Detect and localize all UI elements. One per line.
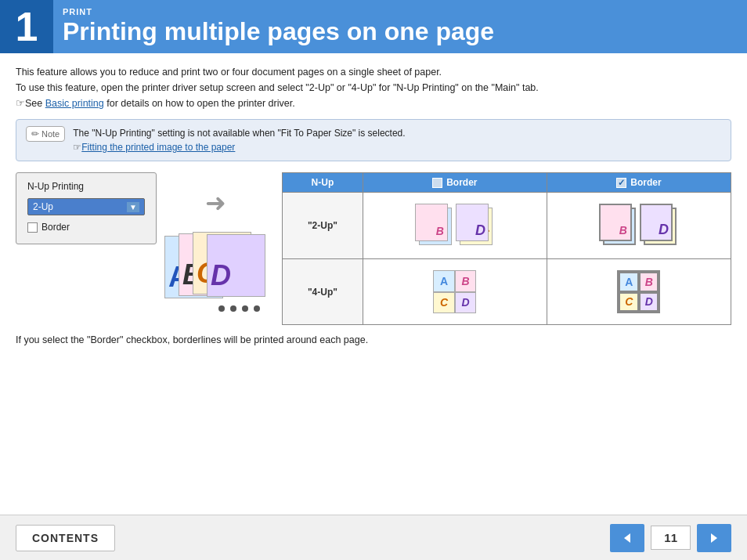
page1-stack: A B xyxy=(415,204,454,247)
intro-line2: To use this feature, open the printer dr… xyxy=(16,82,539,93)
dot-3 xyxy=(242,305,248,312)
fuc-a: A xyxy=(433,270,455,292)
letter-b2-preview: B xyxy=(619,224,627,237)
col-header-border-checked: ✓ Border xyxy=(547,173,731,193)
row-2up-border: A B C xyxy=(547,193,731,259)
row-4up: "4-Up" A B C D xyxy=(283,259,731,325)
page2-stack: C D xyxy=(456,204,495,247)
page-number: 11 xyxy=(651,526,691,550)
dot-2 xyxy=(230,305,236,312)
next-button[interactable] xyxy=(697,524,731,552)
nup-dialog: N-Up Printing 2-Up ▼ Border xyxy=(16,172,157,244)
page3-front: B xyxy=(599,204,632,241)
svg-marker-0 xyxy=(624,533,630,543)
header-title: Printing multiple pages on one page xyxy=(63,18,494,45)
fuc-d: D xyxy=(455,292,477,314)
footer-note: If you select the "Border" checkbox, bor… xyxy=(16,334,731,345)
page1-front: B xyxy=(415,204,448,241)
prev-icon xyxy=(621,532,633,544)
fuc-c: C xyxy=(433,292,455,314)
two-up-border-preview: A B C xyxy=(599,204,679,247)
page4-front: D xyxy=(640,204,673,241)
row-4up-noborder: A B C D xyxy=(363,259,547,325)
fuc-a2: A xyxy=(619,272,639,292)
nup-dropdown-value: 2-Up xyxy=(33,201,53,212)
ellipsis-dots xyxy=(218,305,260,312)
basic-printing-link[interactable]: Basic printing xyxy=(45,98,104,109)
svg-marker-1 xyxy=(711,533,717,543)
page2-front: D xyxy=(456,204,489,241)
note-text-line1: The "N-Up Printing" setting is not avail… xyxy=(73,128,405,139)
fuc-b2: B xyxy=(639,272,659,292)
nup-checkbox-row: Border xyxy=(27,222,145,233)
fuc-d2: D xyxy=(639,292,659,313)
content-area: N-Up Printing 2-Up ▼ Border ➜ xyxy=(16,172,731,325)
letter-b-preview: B xyxy=(436,225,444,237)
row-4up-label: "4-Up" xyxy=(283,259,363,325)
bottom-bar: CONTENTS 11 xyxy=(0,515,747,560)
row-2up-label: "2-Up" xyxy=(283,193,363,259)
border-unchecked-label: Border xyxy=(446,177,477,188)
page4-stack: C D xyxy=(640,204,679,247)
four-up-border-grid: A B C D xyxy=(617,270,660,313)
chapter-number-box: 1 xyxy=(0,0,53,53)
border-checked-label: Border xyxy=(630,177,661,188)
border-checkbox-label: Border xyxy=(42,222,70,233)
page-header: 1 PRINT Printing multiple pages on one p… xyxy=(0,0,747,53)
border-checked-checkbox: ✓ xyxy=(616,178,626,188)
preview-4up-noborder: A B C D xyxy=(371,264,539,320)
nup-dropdown[interactable]: 2-Up ▼ xyxy=(27,198,145,215)
fuc-c2: C xyxy=(619,292,639,313)
right-arrow-icon: ➜ xyxy=(205,188,226,218)
intro-line1: This feature allows you to reduce and pr… xyxy=(16,67,442,78)
dot-4 xyxy=(254,305,260,312)
two-up-no-border-preview: A B C xyxy=(415,204,495,247)
row-2up-noborder: A B C xyxy=(363,193,547,259)
note-text-line2-prefix: ☞ xyxy=(73,142,81,153)
header-category: PRINT xyxy=(63,7,494,16)
page3-stack: A B xyxy=(599,204,638,247)
letter-d: D xyxy=(211,259,231,292)
dot-1 xyxy=(218,305,225,312)
intro-line3-prefix: ☞See xyxy=(16,98,45,109)
page-d: D xyxy=(207,234,265,297)
nav-area: 11 xyxy=(610,524,731,552)
intro-line3-suffix: for details on how to open the printer d… xyxy=(104,98,295,109)
four-up-no-border-grid: A B C D xyxy=(433,270,476,313)
intro-text: This feature allows you to reduce and pr… xyxy=(16,64,731,111)
dropdown-arrow-icon[interactable]: ▼ xyxy=(127,202,139,212)
header-text-area: PRINT Printing multiple pages on one pag… xyxy=(53,0,494,53)
col-header-nup: N-Up xyxy=(283,173,363,193)
next-icon xyxy=(708,532,720,544)
nup-table: N-Up Border ✓ Border xyxy=(282,172,731,325)
stacked-pages: A B C D xyxy=(164,232,266,302)
fuc-b: B xyxy=(455,270,477,292)
row-4up-border: A B C D xyxy=(547,259,731,325)
note-box: ✏ Note The "N-Up Printing" setting is no… xyxy=(16,119,731,161)
left-side: N-Up Printing 2-Up ▼ Border ➜ xyxy=(16,172,266,312)
chapter-number: 1 xyxy=(16,6,38,47)
note-badge: ✏ Note xyxy=(26,126,65,142)
col-header-border-unchecked: Border xyxy=(363,173,547,193)
nup-dialog-title: N-Up Printing xyxy=(27,181,145,192)
preview-2up-noborder: A B C xyxy=(371,197,539,254)
letter-d2-preview: D xyxy=(659,222,669,238)
main-content: This feature allows you to reduce and pr… xyxy=(0,53,747,353)
contents-button[interactable]: CONTENTS xyxy=(16,525,115,551)
note-text: The "N-Up Printing" setting is not avail… xyxy=(73,126,405,154)
prev-button[interactable] xyxy=(610,524,644,552)
preview-4up-border: A B C D xyxy=(555,264,723,320)
border-unchecked-checkbox xyxy=(432,178,442,188)
letter-d-preview: D xyxy=(475,222,485,239)
pencil-icon: ✏ xyxy=(31,128,39,139)
border-checkbox[interactable] xyxy=(27,222,38,233)
note-badge-label: Note xyxy=(42,129,60,139)
preview-2up-border: A B C xyxy=(555,197,723,254)
row-2up: "2-Up" A B xyxy=(283,193,731,259)
fitting-link[interactable]: Fitting the printed image to the paper xyxy=(81,142,235,153)
